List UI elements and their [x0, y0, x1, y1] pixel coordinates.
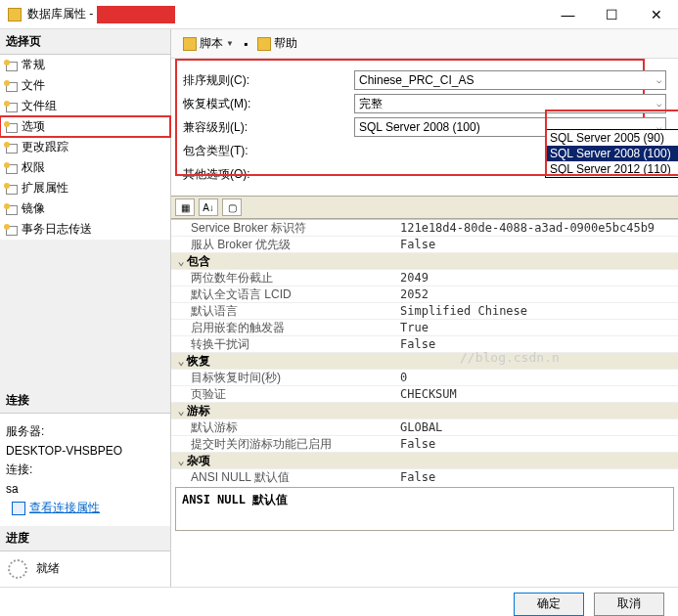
nav-permissions[interactable]: 权限: [0, 157, 170, 178]
main-panel: 脚本▼ ▪ 帮助 //blog.csdn.n 排序规则(C):Chinese_P…: [171, 29, 678, 587]
help-button[interactable]: 帮助: [253, 33, 301, 54]
page-icon: [4, 142, 18, 154]
page-icon: [4, 183, 18, 195]
chevron-down-icon: ⌵: [656, 75, 661, 85]
redaction-bar: [97, 6, 175, 23]
connection-label: 连接:: [6, 462, 164, 478]
nav-log-shipping[interactable]: 事务日志传送: [0, 219, 170, 240]
chevron-down-icon: ⌵: [656, 99, 661, 109]
ok-button[interactable]: 确定: [514, 593, 584, 616]
nav-files[interactable]: 文件: [0, 75, 170, 96]
database-icon: [8, 8, 22, 22]
nav-general[interactable]: 常规: [0, 55, 170, 75]
compat-label: 兼容级别(L):: [183, 119, 354, 136]
collation-label: 排序规则(C):: [183, 72, 354, 89]
nav-list: 常规 文件 文件组 选项 更改跟踪 权限 扩展属性 镜像 事务日志传送: [0, 55, 170, 240]
close-button[interactable]: ✕: [634, 0, 678, 29]
page-icon: [4, 162, 18, 174]
titlebar: 数据库属性 - — ☐ ✕: [0, 0, 678, 29]
ready-label: 就绪: [36, 561, 60, 575]
toolbar: 脚本▼ ▪ 帮助: [171, 29, 678, 59]
select-page-header: 选择页: [0, 29, 170, 55]
page-icon: [4, 101, 18, 112]
page-icon: [4, 203, 18, 215]
maximize-button[interactable]: ☐: [590, 0, 634, 29]
cancel-button[interactable]: 取消: [594, 593, 664, 616]
cat-cursor[interactable]: ⌄游标: [171, 403, 678, 419]
containment-label: 包含类型(T):: [183, 143, 354, 159]
progress-panel: 就绪: [0, 551, 170, 587]
connection-panel: 服务器: DESKTOP-VHSBPEO 连接: sa 查看连接属性: [0, 414, 170, 526]
nav-mirroring[interactable]: 镜像: [0, 198, 170, 219]
spinner-icon: [8, 559, 27, 579]
script-button[interactable]: 脚本▼: [179, 33, 238, 54]
recovery-combo[interactable]: 完整⌵: [354, 94, 666, 113]
compat-option-2008[interactable]: SQL Server 2008 (100): [546, 146, 678, 161]
compat-option-2012[interactable]: SQL Server 2012 (110): [546, 161, 678, 177]
window-title: 数据库属性 -: [27, 6, 93, 22]
cat-misc[interactable]: ⌄杂项: [171, 453, 678, 469]
other-options-label: 其他选项(O):: [183, 166, 354, 183]
grid-toolbar: ▦ A↓ ▢: [171, 196, 678, 219]
nav-change-tracking[interactable]: 更改跟踪: [0, 137, 170, 157]
script-icon: [183, 37, 197, 51]
recovery-label: 恢复模式(M):: [183, 96, 354, 112]
connection-value: sa: [6, 482, 164, 496]
page-icon: [4, 60, 18, 71]
help-icon: [257, 37, 271, 51]
property-grid[interactable]: Service Broker 标识符121e18d4-80de-4088-a3a…: [171, 219, 678, 483]
server-label: 服务器:: [6, 423, 164, 440]
nav-filegroups[interactable]: 文件组: [0, 96, 170, 116]
categorized-button[interactable]: ▦: [175, 198, 195, 216]
cat-recovery[interactable]: ⌄恢复: [171, 353, 678, 370]
connection-header: 连接: [0, 388, 170, 414]
dropdown-arrow-icon: ▼: [226, 39, 234, 48]
alphabetical-button[interactable]: A↓: [199, 198, 218, 216]
properties-icon: [12, 502, 25, 515]
description-title: ANSI NULL 默认值: [182, 492, 667, 508]
description-panel: ANSI NULL 默认值: [175, 487, 674, 531]
page-icon: [4, 121, 18, 133]
view-connection-link[interactable]: 查看连接属性: [29, 500, 100, 516]
cat-containment[interactable]: ⌄包含: [171, 253, 678, 270]
grid-prop-button[interactable]: ▢: [222, 198, 242, 216]
server-value: DESKTOP-VHSBPEO: [6, 444, 164, 458]
sidebar: 选择页 常规 文件 文件组 选项 更改跟踪 权限 扩展属性 镜像 事务日志传送 …: [0, 29, 171, 587]
nav-options[interactable]: 选项: [0, 116, 170, 137]
progress-header: 进度: [0, 526, 170, 551]
nav-extended-props[interactable]: 扩展属性: [0, 178, 170, 198]
compat-option-2005[interactable]: SQL Server 2005 (90): [546, 130, 678, 146]
footer: 确定 取消: [0, 587, 678, 616]
form-area: 排序规则(C):Chinese_PRC_CI_AS⌵ 恢复模式(M):完整⌵ 兼…: [171, 59, 678, 196]
page-icon: [4, 80, 18, 92]
collation-combo[interactable]: Chinese_PRC_CI_AS⌵: [354, 70, 666, 90]
minimize-button[interactable]: —: [546, 0, 590, 29]
compat-dropdown[interactable]: SQL Server 2005 (90) SQL Server 2008 (10…: [545, 129, 678, 178]
page-icon: [4, 224, 18, 236]
